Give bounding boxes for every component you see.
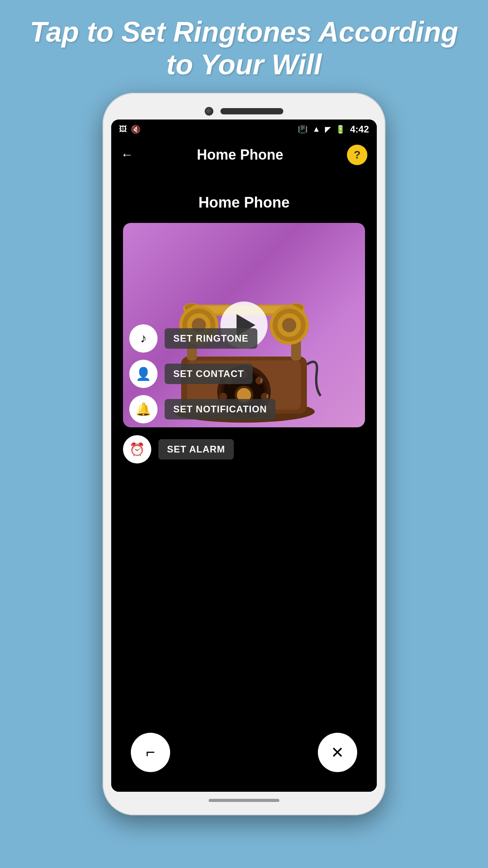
content-area: Home Phone: [111, 171, 377, 721]
phone-screen: 🖼 🔇 📳 ▲ ◤ 🔋 4:42 ← Home Phone ?: [111, 120, 377, 792]
status-bar: 🖼 🔇 📳 ▲ ◤ 🔋 4:42: [111, 120, 377, 139]
music-note-icon: ♪: [140, 331, 147, 346]
phone-bottom: [111, 792, 377, 807]
set-contact-row: 👤 SET CONTACT: [129, 360, 253, 388]
phone-top-bar: [111, 101, 377, 120]
vibrate-icon: 📳: [298, 125, 308, 134]
status-right-icons: 📳 ▲ ◤ 🔋 4:42: [298, 124, 369, 135]
mute-icon: 🔇: [131, 125, 141, 134]
contact-icon: 👤: [136, 366, 151, 381]
close-fab-button[interactable]: ✕: [318, 733, 357, 772]
phone-wrapper: 🖼 🔇 📳 ▲ ◤ 🔋 4:42 ← Home Phone ?: [95, 93, 393, 868]
app-header: ← Home Phone ?: [111, 139, 377, 171]
set-ringtone-row: ♪ SET RINGTONE: [129, 324, 257, 353]
set-notification-row: 🔔 SET NOTIFICATION: [129, 395, 275, 423]
page-title: Home Phone: [197, 147, 283, 163]
set-alarm-button[interactable]: SET ALARM: [158, 439, 234, 460]
ringtone-image-container: 1 2 3 4: [123, 223, 365, 427]
signal-icon: ◤: [325, 125, 331, 134]
set-ringtone-button[interactable]: SET RINGTONE: [165, 328, 257, 349]
ringtone-title: Home Phone: [123, 194, 365, 211]
home-indicator: [209, 799, 279, 802]
phone-speaker: [220, 108, 283, 114]
close-icon: ✕: [331, 743, 344, 761]
ringtone-image-bg: 1 2 3 4: [123, 223, 365, 427]
front-camera: [205, 107, 213, 116]
left-fab-button[interactable]: ⌐: [131, 733, 170, 772]
banner-text: Tap to Set Ringtones According to Your W…: [24, 16, 464, 81]
set-contact-button[interactable]: SET CONTACT: [165, 364, 253, 384]
contact-icon-button[interactable]: 👤: [129, 360, 158, 388]
notification-icon-button[interactable]: 🔔: [129, 395, 158, 423]
status-left-icons: 🖼 🔇: [119, 125, 141, 134]
back-button[interactable]: ←: [121, 147, 133, 162]
top-banner: Tap to Set Ringtones According to Your W…: [0, 0, 488, 93]
alarm-row: ⏰ SET ALARM: [123, 435, 365, 463]
bell-icon: 🔔: [136, 402, 151, 417]
svg-text:2: 2: [260, 379, 262, 383]
wifi-icon: ▲: [312, 125, 320, 134]
corner-icon: ⌐: [146, 743, 155, 761]
battery-icon: 🔋: [336, 125, 345, 134]
phone-outer: 🖼 🔇 📳 ▲ ◤ 🔋 4:42 ← Home Phone ?: [103, 93, 385, 815]
set-notification-button[interactable]: SET NOTIFICATION: [165, 399, 275, 419]
ringtone-icon-button[interactable]: ♪: [129, 324, 158, 353]
help-button[interactable]: ?: [347, 145, 367, 165]
status-time: 4:42: [350, 124, 369, 135]
alarm-icon-button[interactable]: ⏰: [123, 435, 151, 463]
bottom-fabs: ⌐ ✕: [111, 721, 377, 792]
image-icon: 🖼: [119, 125, 127, 134]
svg-point-35: [282, 318, 296, 332]
alarm-clock-icon: ⏰: [129, 442, 145, 457]
